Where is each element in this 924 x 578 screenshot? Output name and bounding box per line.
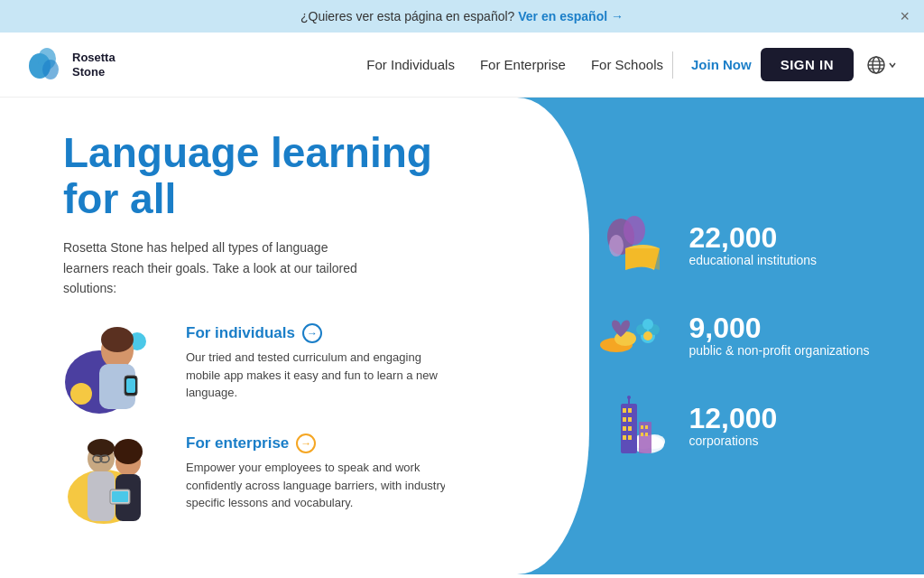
book-illustration (598, 214, 670, 277)
svg-rect-44 (623, 417, 626, 422)
individuals-card-desc: Our tried and tested curriculum and enga… (186, 349, 457, 402)
nav-divider (672, 51, 673, 79)
enterprise-card-content: For enterprise → Empower your employees … (186, 434, 457, 512)
svg-point-25 (114, 439, 143, 464)
svg-rect-43 (628, 408, 632, 413)
svg-rect-52 (645, 425, 648, 429)
stat-corporations-number: 12,000 (688, 404, 777, 433)
rosetta-stone-logo-icon (27, 46, 65, 84)
stat-educational-number: 22,000 (688, 223, 817, 252)
logo[interactable]: Rosetta Stone (27, 46, 116, 84)
card-individuals: For individuals → Our tried and tested c… (63, 323, 481, 414)
svg-point-37 (643, 331, 652, 340)
nav-for-enterprise[interactable]: For Enterprise (480, 57, 566, 72)
stat-educational-text: 22,000 educational institutions (688, 223, 817, 268)
main-nav: For Individuals For Enterprise For Schoo… (366, 57, 663, 73)
enterprise-illustration (63, 434, 171, 524)
banner-link[interactable]: Ver en español → (518, 9, 624, 23)
nav-for-individuals[interactable]: For Individuals (366, 57, 455, 72)
sign-in-button[interactable]: SIGN IN (761, 48, 854, 81)
chevron-down-icon (888, 61, 897, 70)
hero-title: Language learning for all (63, 130, 481, 221)
building-illustration (598, 395, 670, 458)
individuals-illustration (63, 323, 171, 414)
nav-for-schools[interactable]: For Schools (591, 57, 663, 72)
book-icon (598, 214, 670, 277)
individuals-image (63, 323, 167, 414)
enterprise-card-desc: Empower your employees to speak and work… (186, 459, 457, 512)
individuals-card-title: For individuals → (186, 323, 457, 343)
svg-rect-48 (623, 435, 626, 440)
individuals-card-content: For individuals → Our tried and tested c… (186, 323, 457, 402)
stat-nonprofit-text: 9,000 public & non-profit organizations (688, 313, 869, 359)
logo-text: Rosetta Stone (72, 51, 116, 79)
svg-point-13 (101, 327, 134, 352)
globe-icon (866, 55, 886, 75)
hero-subtitle: Rosetta Stone has helped all types of la… (63, 238, 370, 298)
svg-rect-54 (645, 433, 648, 436)
left-section: Language learning for all Rosetta Stone … (0, 98, 517, 574)
svg-point-56 (627, 396, 631, 399)
svg-point-29 (624, 216, 645, 245)
flower-illustration (598, 304, 670, 368)
svg-rect-45 (628, 417, 632, 422)
svg-rect-53 (641, 433, 643, 436)
enterprise-card-title: For enterprise → (186, 434, 457, 453)
svg-rect-51 (641, 425, 643, 429)
svg-rect-15 (126, 378, 135, 393)
join-now-button[interactable]: Join Now (682, 57, 761, 72)
card-enterprise: For enterprise → Empower your employees … (63, 434, 481, 524)
main-content: Language learning for all Rosetta Stone … (0, 98, 924, 574)
svg-point-30 (609, 235, 624, 256)
stat-corporations: 12,000 corporations (598, 395, 879, 458)
stat-corporations-label: corporations (688, 433, 777, 449)
svg-rect-46 (623, 426, 626, 431)
language-banner: ¿Quieres ver esta página en español? Ver… (0, 0, 924, 33)
enterprise-image (63, 434, 167, 524)
svg-rect-27 (112, 491, 128, 502)
banner-text: ¿Quieres ver esta página en español? (300, 9, 514, 23)
banner-close[interactable]: × (900, 7, 910, 26)
main-header: Rosetta Stone For Individuals For Enterp… (0, 33, 924, 98)
svg-rect-42 (623, 408, 626, 413)
building-icon (598, 395, 670, 458)
svg-rect-47 (628, 426, 632, 431)
svg-point-19 (88, 439, 115, 457)
stat-nonprofit-label: public & non-profit organizations (688, 342, 869, 359)
stat-nonprofit: 9,000 public & non-profit organizations (598, 304, 879, 368)
individuals-arrow-icon: → (302, 323, 322, 343)
svg-rect-49 (628, 435, 632, 440)
stat-nonprofit-number: 9,000 (688, 313, 869, 342)
flower-icon (598, 304, 670, 368)
stat-educational-label: educational institutions (688, 252, 817, 268)
svg-point-9 (70, 383, 92, 405)
svg-point-36 (642, 319, 653, 330)
stat-corporations-text: 12,000 corporations (688, 404, 777, 449)
enterprise-arrow-icon: → (296, 434, 316, 453)
svg-point-2 (42, 60, 59, 79)
stat-educational: 22,000 educational institutions (598, 214, 879, 277)
language-switcher-button[interactable] (866, 55, 897, 75)
